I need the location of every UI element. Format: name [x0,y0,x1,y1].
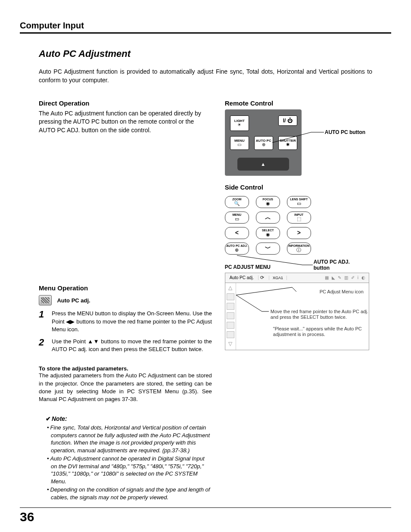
note-item: Auto PC Adjustment cannot be operated in… [51,455,212,485]
side-control-heading: Side Control [225,184,372,191]
svg-line-4 [236,287,292,295]
pc-adjust-menu-heading: PC ADJUST MENU [225,264,371,270]
intro-paragraph: Auto PC Adjustment function is provided … [39,67,372,85]
auto-pc-adj-label: Auto PC adj. [57,297,90,304]
step-number: 1 [39,310,47,333]
menu-top-label: Auto PC adj. [225,275,258,280]
direct-operation-text: The Auto PC adjustment function can be o… [39,109,212,135]
information-button: INFORMATIONⓘ [287,243,311,255]
store-heading: To store the adjusted parameters. [39,365,212,372]
check-icon: ✔ [46,415,51,422]
menu-note-1: Move the red frame pointer to the Auto P… [271,309,374,321]
remote-control-heading: Remote Control [225,100,372,107]
note-list: Fine sync, Total dots, Horizontal and Ve… [39,424,212,501]
shutter-button: SHUTTER✱ [278,136,297,150]
side-control-figure: ZOOM🔍 FOCUS◉ LENS SHIFT▭ MENU▭ ︿ INPUT⬚ … [225,196,311,255]
left-arrow-button: < [225,227,249,239]
note-heading: ✔Note: [39,415,212,422]
direct-operation-heading: Direct Operation [39,100,212,107]
step-text: Use the Point ▲▼ buttons to move the red… [52,338,212,353]
section-header: Computer Input [20,21,391,34]
zoom-button: ZOOM🔍 [225,196,249,208]
power-button: I/ ⏻ [278,115,297,126]
store-text: The adjusted parameters from the Auto PC… [39,372,212,403]
menu-operation-heading: Menu Operation [39,284,212,292]
up-arrow-pad [237,158,289,171]
note-item: Depending on the condition of signals an… [51,486,212,501]
input-button: INPUT⬚ [287,212,311,224]
svg-line-2 [237,255,302,265]
menu-button: MENU▭ [225,212,249,224]
lens-shift-button: LENS SHIFT▭ [287,196,311,208]
menu-note-2: "Please wait..." appears while the Auto … [273,326,375,338]
step-number: 2 [39,338,47,353]
up-arrow-button: ︿ [256,212,280,224]
menu-side-icons: △ ▽ [225,283,236,350]
note-item: Fine sync, Total dots, Horizontal and Ve… [51,424,212,454]
menu-mode: XGA1 [269,276,287,280]
menu-icon-callout: PC Adjust Menu icon [320,289,364,294]
menu-top-icons: ▦ ◣ ✎ ▥ ✐ i ◐ [287,275,369,280]
right-arrow-button: > [287,227,311,239]
step-1: 1 Press the MENU button to display the O… [39,310,212,333]
step-text: Press the MENU button to display the On-… [52,310,212,333]
light-button: LIGHT☀ [230,115,249,131]
footer-rule [20,507,391,508]
auto-pc-adj-button: AUTO PC ADJ.⊕ [225,243,249,255]
page-number: 36 [20,510,34,524]
svg-line-5 [292,287,296,292]
auto-pc-adj-icon [39,295,52,305]
step-2: 2 Use the Point ▲▼ buttons to move the r… [39,338,212,353]
auto-pc-button-callout: AUTO PC button [325,129,365,135]
focus-button: FOCUS◉ [256,196,280,208]
page-title: Auto PC Adjustment [39,48,372,59]
select-button: SELECT◉ [256,227,280,239]
remote-control-figure: LIGHT☀ I/ ⏻ MENU▭ AUTO PC⊕ SHUTTER✱ [225,109,302,176]
svg-line-6 [236,295,262,311]
auto-pc-button: AUTO PC⊕ [254,136,273,150]
down-arrow-button: ﹀ [256,243,280,255]
menu-button: MENU▭ [230,136,249,150]
pc-adjust-menu-figure: Auto PC adj. ⟳ XGA1 ▦ ◣ ✎ ▥ ✐ i ◐ △ [225,273,369,350]
